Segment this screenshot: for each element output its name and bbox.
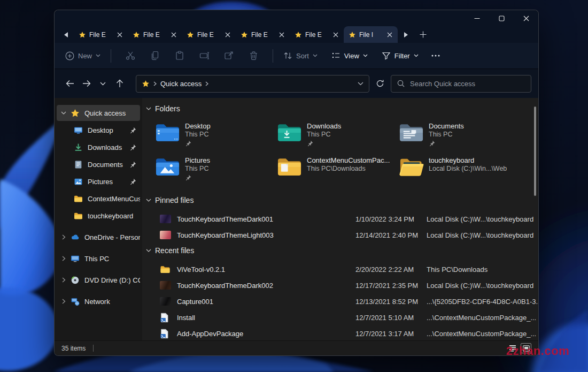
file-row[interactable]: Add-AppDevPackage 12/7/2021 3:17 AM ...\… <box>142 325 538 340</box>
file-location: ...\ContextMenuCustomPackage_... <box>427 314 538 322</box>
sidebar-item-touchkeyboard[interactable]: touchkeyboard <box>57 208 140 224</box>
forward-button[interactable] <box>78 75 95 92</box>
cut-button[interactable] <box>118 47 143 65</box>
address-dropdown-icon[interactable] <box>358 82 363 86</box>
chevron-right-icon[interactable] <box>57 299 71 304</box>
address-bar[interactable]: Quick access <box>136 75 369 93</box>
folder-with-file-icon <box>277 156 302 178</box>
chevron-down-icon[interactable] <box>57 111 71 115</box>
close-button[interactable] <box>514 10 538 26</box>
file-location: ...\{5205DFB2-CDF6-4D8C-A0B1-3... <box>427 298 538 306</box>
tab-label: File E <box>251 31 274 39</box>
view-button[interactable]: View <box>328 51 371 60</box>
folder-tile-documents[interactable]: Documents This PC <box>399 122 521 151</box>
sidebar-item-documents[interactable]: Documents <box>57 156 140 172</box>
more-button[interactable] <box>426 47 445 65</box>
sort-button[interactable]: Sort <box>280 51 321 60</box>
folder-tile-pictures[interactable]: Pictures This PC <box>155 156 277 186</box>
tab[interactable]: File E <box>128 26 182 43</box>
sidebar-item-contextmenucust[interactable]: ContextMenuCust <box>57 191 140 207</box>
tab[interactable]: File E <box>74 26 128 43</box>
sidebar-item-this-pc[interactable]: This PC <box>57 250 140 267</box>
delete-button[interactable] <box>241 47 266 65</box>
tile-name: touchkeyboard <box>429 156 507 165</box>
tab-scroll-left-button[interactable] <box>58 26 74 43</box>
recent-locations-button[interactable] <box>95 75 111 92</box>
folder-tile-touchkeyboard[interactable]: touchkeyboard Local Disk (C:)\Win...\Web <box>399 156 521 186</box>
file-name: Add-AppDevPackage <box>177 330 355 338</box>
sidebar-item-dvd-drive[interactable]: DVD Drive (D:) CCCO <box>57 272 140 288</box>
documents-icon <box>74 160 83 169</box>
tab-label: File E <box>89 31 112 39</box>
sidebar-item-desktop[interactable]: Desktop <box>57 122 140 138</box>
up-icon <box>116 79 123 88</box>
chevron-right-icon[interactable] <box>57 256 71 261</box>
section-recent-files-header[interactable]: Recent files <box>142 243 538 258</box>
file-row[interactable]: TouchKeyboardThemeDark002 12/17/2021 2:3… <box>142 277 538 293</box>
back-button[interactable] <box>61 75 78 92</box>
sort-icon <box>283 51 292 60</box>
file-row[interactable]: TouchKeyboardThemeDark001 1/10/2022 3:24… <box>142 211 538 227</box>
sidebar-item-downloads[interactable]: Downloads <box>57 139 140 155</box>
tab-close-icon[interactable] <box>223 30 232 39</box>
sidebar-item-label: touchkeyboard <box>88 212 140 220</box>
main-area: Quick access Desktop Downloads Documents <box>55 98 538 340</box>
sidebar-item-network[interactable]: Network <box>57 293 140 309</box>
tab[interactable]: File E <box>290 26 344 43</box>
new-icon <box>65 51 74 60</box>
network-icon <box>71 297 80 306</box>
sidebar-item-onedrive[interactable]: OneDrive - Personal <box>57 229 140 245</box>
share-button[interactable] <box>216 47 241 65</box>
file-date: 1/10/2022 3:24 PM <box>355 215 427 223</box>
file-row[interactable]: Install 12/7/2021 5:10 AM ...\ContextMen… <box>142 309 538 325</box>
star-icon <box>79 31 86 39</box>
folder-icon <box>160 265 171 274</box>
close-icon <box>523 16 529 21</box>
file-row[interactable]: TouchKeyboardThemeLight003 12/14/2021 2:… <box>142 227 538 243</box>
search-input[interactable]: Search Quick access <box>391 75 531 93</box>
folder-tile-contextmenucustompac[interactable]: ContextMenuCustomPac... This PC\Download… <box>277 156 399 186</box>
maximize-button[interactable] <box>489 10 514 26</box>
pictures-folder-icon <box>155 156 180 178</box>
folder-tile-desktop[interactable]: Desktop This PC <box>155 122 277 151</box>
scroll-right-icon <box>404 32 408 37</box>
tab-label: File E <box>197 31 220 39</box>
refresh-button[interactable] <box>369 75 391 92</box>
tab[interactable]: File E <box>182 26 236 43</box>
paste-button[interactable] <box>167 47 192 65</box>
tab-scroll-right-button[interactable] <box>398 26 414 43</box>
vertical-scrollbar[interactable] <box>534 107 536 196</box>
star-icon <box>241 31 248 39</box>
rename-button[interactable] <box>192 47 216 65</box>
folder-icon <box>74 211 83 221</box>
chevron-right-icon[interactable] <box>57 234 71 240</box>
filter-button[interactable]: Filter <box>378 51 422 60</box>
copy-button[interactable] <box>143 47 167 65</box>
tab[interactable]: File E <box>236 26 290 43</box>
file-row[interactable]: ViVeTool-v0.2.1 2/20/2022 2:22 AM This P… <box>142 261 538 277</box>
file-name: Capture001 <box>177 298 355 306</box>
tab-close-icon[interactable] <box>169 30 178 39</box>
tab-label: File E <box>143 31 166 39</box>
tab-close-icon[interactable] <box>385 30 394 39</box>
section-folders-header[interactable]: Folders <box>142 101 538 116</box>
sidebar-item-label: Downloads <box>88 143 129 151</box>
minimize-button[interactable] <box>465 10 489 26</box>
tab-close-icon[interactable] <box>277 30 286 39</box>
section-pinned-files-header[interactable]: Pinned files <box>142 193 538 208</box>
this-pc-icon <box>71 254 80 263</box>
chevron-right-icon[interactable] <box>57 277 71 283</box>
file-row[interactable]: Capture001 12/13/2021 8:52 PM ...\{5205D… <box>142 293 538 309</box>
tab-close-icon[interactable] <box>115 30 124 39</box>
new-button[interactable]: New <box>62 51 104 60</box>
tab-close-icon[interactable] <box>331 30 340 39</box>
folder-tile-downloads[interactable]: Downloads This PC <box>277 122 399 151</box>
file-date: 2/20/2022 2:22 AM <box>355 265 427 274</box>
new-tab-button[interactable] <box>414 26 432 43</box>
sidebar-item-pictures[interactable]: Pictures <box>57 173 140 189</box>
sidebar-item-quick-access[interactable]: Quick access <box>57 105 140 121</box>
breadcrumb-item[interactable]: Quick access <box>160 80 202 88</box>
up-button[interactable] <box>111 75 128 92</box>
tab-active[interactable]: File I <box>344 26 398 43</box>
pin-icon <box>129 144 136 151</box>
